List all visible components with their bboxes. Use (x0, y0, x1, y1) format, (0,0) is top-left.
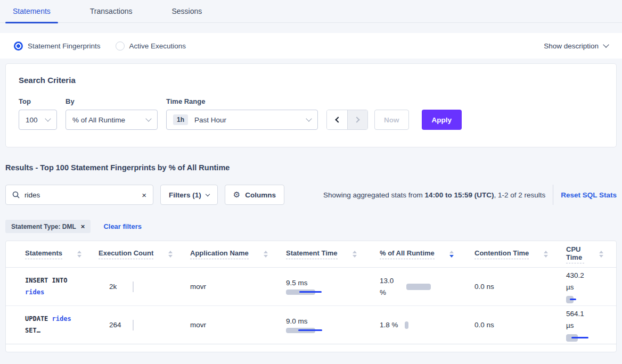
view-toggle-bar: Statement Fingerprints Active Executions… (0, 33, 622, 59)
by-select-value: % of All Runtime (72, 116, 125, 124)
results-search-box: × (5, 185, 153, 205)
by-select[interactable]: % of All Runtime (66, 110, 158, 130)
execution-count-bar (133, 320, 134, 330)
column-header-execution-count[interactable]: Execution Count (99, 249, 190, 259)
chevron-down-icon (206, 192, 210, 196)
gear-icon: ⚙ (233, 190, 240, 200)
show-description-toggle[interactable]: Show description (544, 42, 608, 50)
sort-icon (353, 251, 357, 258)
column-header-pct-runtime[interactable]: % of All Runtime (380, 249, 474, 259)
tab-sessions[interactable]: Sessions (164, 0, 209, 22)
show-description-label: Show description (544, 42, 599, 50)
sort-icon (599, 251, 603, 258)
previous-interval-button[interactable] (327, 110, 347, 129)
toolbar-divider (553, 185, 553, 205)
chevron-down-icon (45, 115, 51, 121)
execution-count-cell: 264 (99, 320, 190, 330)
column-header-cpu-time[interactable]: CPU Time (566, 245, 603, 263)
statement-time-cell: 9.0 ms (286, 317, 380, 333)
sort-icon-active-desc (449, 251, 454, 258)
search-input[interactable] (24, 191, 137, 199)
columns-button[interactable]: ⚙ Columns (225, 185, 284, 205)
search-criteria-card: Search Criteria Top 100 By % of All Runt… (5, 63, 617, 147)
statement-link[interactable]: rides (25, 288, 44, 296)
column-header-statement-time[interactable]: Statement Time (286, 249, 380, 259)
next-interval-button[interactable] (347, 110, 367, 129)
pct-runtime-bar (405, 321, 408, 329)
top-field: Top 100 (19, 97, 66, 130)
time-range-label: Time Range (166, 97, 326, 105)
by-field: By % of All Runtime (66, 97, 166, 130)
statement-fingerprint-cell: UPDATE rides SET… (19, 313, 84, 336)
cpu-time-cell: 564.1 µs (566, 308, 603, 341)
radio-selected-icon (14, 42, 23, 51)
top-select[interactable]: 100 (19, 110, 57, 130)
filter-chip-label: Statement Type: DML (11, 223, 76, 230)
statement-time-bar (286, 289, 315, 295)
cpu-time-bar (566, 296, 574, 303)
statement-fingerprint-cell: INSERT INTO rides (19, 275, 84, 298)
time-range-field: Time Range 1h Past Hour (166, 97, 326, 130)
radio-statement-fingerprints-label: Statement Fingerprints (28, 42, 101, 50)
page-tabs: Statements Transactions Sessions (0, 0, 622, 23)
filters-button-label: Filters (1) (169, 191, 201, 199)
top-label: Top (19, 97, 66, 105)
tab-statements[interactable]: Statements (5, 0, 58, 22)
filters-button[interactable]: Filters (1) (160, 185, 218, 205)
aggregated-stats-text: Showing aggregated stats from 14:00 to 1… (323, 191, 545, 199)
results-heading: Results - Top 100 Statement Fingerprints… (5, 163, 617, 172)
chevron-down-icon (145, 115, 151, 121)
sort-icon (264, 251, 268, 258)
time-range-select[interactable]: 1h Past Hour (166, 110, 318, 130)
search-icon (12, 191, 20, 198)
time-range-badge: 1h (173, 114, 188, 125)
sort-icon (168, 251, 173, 258)
cpu-time-bar (566, 334, 578, 342)
table-row: INSERT INTO rides 2k movr 9.5 ms 13.0 % … (6, 268, 616, 306)
radio-active-executions[interactable]: Active Executions (116, 42, 186, 51)
tab-transactions[interactable]: Transactions (83, 0, 140, 22)
cpu-time-cell: 430.2 µs (566, 270, 603, 303)
radio-unselected-icon (116, 42, 125, 51)
statement-link[interactable]: rides (52, 315, 71, 322)
pct-runtime-bar (406, 284, 431, 290)
chevron-down-icon (306, 115, 312, 121)
view-radio-group: Statement Fingerprints Active Executions (14, 42, 186, 51)
table-header-row: Statements Execution Count Application N… (6, 241, 616, 268)
sort-icon (544, 251, 548, 258)
contention-time-cell: 0.0 ns (474, 321, 566, 329)
clear-search-icon[interactable]: × (142, 191, 146, 199)
remove-filter-icon[interactable]: × (81, 222, 85, 230)
filter-chip-statement-type: Statement Type: DML × (5, 220, 91, 233)
statement-time-bar (286, 328, 315, 333)
chevron-left-icon (335, 117, 341, 122)
application-name-cell: movr (190, 321, 286, 329)
pct-runtime-cell: 13.0 % (380, 275, 474, 298)
column-header-statements[interactable]: Statements (19, 249, 99, 259)
clear-filters-link[interactable]: Clear filters (103, 222, 142, 230)
sort-icon (77, 251, 81, 258)
application-name-cell: movr (190, 283, 286, 291)
reset-sql-stats-link[interactable]: Reset SQL Stats (561, 191, 617, 199)
table-row: UPDATE rides SET… 264 movr 9.0 ms 1.8 % … (6, 306, 616, 344)
search-criteria-title: Search Criteria (19, 76, 603, 85)
column-header-contention-time[interactable]: Contention Time (474, 249, 566, 259)
column-header-application-name[interactable]: Application Name (190, 249, 286, 259)
stats-time-range: 14:00 to 15:59 (UTC) (425, 191, 494, 199)
statements-table: Statements Execution Count Application N… (5, 241, 617, 352)
by-label: By (66, 97, 166, 105)
chevron-right-icon (354, 117, 359, 122)
execution-count-bar (133, 282, 134, 292)
time-nav-group (326, 110, 368, 130)
top-select-value: 100 (26, 116, 38, 124)
results-toolbar: × Filters (1) ⚙ Columns Showing aggregat… (5, 185, 617, 205)
columns-button-label: Columns (245, 191, 276, 199)
time-range-value: Past Hour (194, 116, 226, 124)
apply-button[interactable]: Apply (422, 110, 462, 130)
radio-statement-fingerprints[interactable]: Statement Fingerprints (14, 42, 101, 51)
search-criteria-controls: Top 100 By % of All Runtime Time Range 1… (19, 97, 603, 130)
chevron-down-icon (603, 42, 609, 47)
now-button[interactable]: Now (374, 110, 409, 130)
filter-chip-row: Statement Type: DML × Clear filters (5, 220, 617, 233)
statement-time-cell: 9.5 ms (286, 279, 380, 295)
